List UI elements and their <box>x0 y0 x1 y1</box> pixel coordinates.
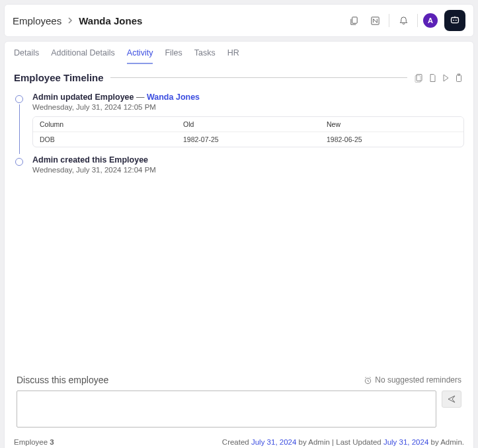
svg-rect-2 <box>452 18 459 23</box>
svg-rect-0 <box>352 17 357 22</box>
svg-point-4 <box>456 20 457 21</box>
timeline-body: Admin updated Employee — Wanda Jones Wed… <box>32 93 464 155</box>
discuss-input[interactable] <box>17 391 436 428</box>
footer-created-by: by Admin <box>296 438 330 446</box>
table-row: DOB 1982-07-25 1982-06-25 <box>33 132 463 147</box>
main-panel: Details Additional Details Activity File… <box>4 41 474 448</box>
section-title: Employee Timeline <box>14 72 104 83</box>
tab-tasks[interactable]: Tasks <box>194 48 216 64</box>
clipboard-icon[interactable] <box>454 73 464 83</box>
timeline-line <box>19 104 20 154</box>
discuss-header: Discuss this employee No suggested remin… <box>17 375 461 385</box>
footer: Employee 3 Created July 31, 2024 by Admi… <box>5 433 473 448</box>
reminders: No suggested reminders <box>364 375 461 385</box>
table-header: Column Old New <box>33 117 463 132</box>
avatar[interactable]: A <box>423 13 438 28</box>
svg-rect-7 <box>457 75 461 81</box>
send-button[interactable] <box>442 391 461 408</box>
document-icon[interactable] <box>427 73 438 83</box>
timeline-title: Admin created this Employee <box>32 155 464 165</box>
breadcrumb-current: Wanda Jones <box>79 15 142 26</box>
footer-updated-by: by Admin. <box>428 438 464 446</box>
footer-separator: | <box>330 438 336 446</box>
header-bar: Employees Wanda Jones A <box>4 4 474 37</box>
timeline-title-dash: — <box>134 93 147 102</box>
tab-details[interactable]: Details <box>14 48 39 64</box>
tabs: Details Additional Details Activity File… <box>5 42 473 64</box>
reminders-text: No suggested reminders <box>375 375 461 385</box>
breadcrumb-parent[interactable]: Employees <box>13 15 61 26</box>
timeline-line <box>19 167 20 180</box>
footer-updated-date: July 31, 2024 <box>383 438 428 446</box>
timeline-dot-icon <box>15 158 23 166</box>
timeline-title-text: Admin updated Employee <box>32 93 134 102</box>
chevron-right-icon <box>67 17 73 24</box>
divider <box>389 14 389 27</box>
timeline: Admin updated Employee — Wanda Jones Wed… <box>5 89 473 182</box>
divider <box>417 14 418 27</box>
play-icon[interactable] <box>440 73 451 83</box>
footer-updated-label: Last Updated <box>336 438 383 446</box>
tab-activity[interactable]: Activity <box>127 48 153 64</box>
footer-entity-label: Employee <box>14 438 50 446</box>
bell-icon[interactable] <box>395 12 412 29</box>
cell-column: DOB <box>33 132 177 147</box>
timeline-entity-link[interactable]: Wanda Jones <box>147 93 200 102</box>
cell-new: 1982-06-25 <box>320 132 463 147</box>
timeline-title-text: Admin created this Employee <box>32 155 148 165</box>
discuss-area: Discuss this employee No suggested remin… <box>5 375 473 433</box>
duplicate-icon[interactable] <box>414 73 424 83</box>
chat-assistant-button[interactable] <box>444 10 465 31</box>
notion-icon[interactable] <box>366 12 383 29</box>
clock-icon <box>364 376 372 385</box>
footer-right: Created July 31, 2024 by Admin | Last Up… <box>222 438 464 446</box>
discuss-label: Discuss this employee <box>17 375 108 385</box>
col-header-column: Column <box>33 117 177 131</box>
cell-old: 1982-07-25 <box>177 132 320 147</box>
col-header-new: New <box>320 117 463 131</box>
section-header: Employee Timeline <box>5 64 473 89</box>
header-actions: A <box>345 10 465 31</box>
change-table: Column Old New DOB 1982-07-25 1982-06-25 <box>32 116 464 147</box>
timeline-item: Admin updated Employee — Wanda Jones Wed… <box>14 93 464 155</box>
tab-files[interactable]: Files <box>165 48 182 64</box>
timeline-body: Admin created this Employee Wednesday, J… <box>32 155 464 182</box>
timeline-marker <box>14 155 24 182</box>
tab-additional-details[interactable]: Additional Details <box>51 48 115 64</box>
footer-created-label: Created <box>222 438 251 446</box>
timeline-timestamp: Wednesday, July 31, 2024 12:04 PM <box>32 166 464 174</box>
col-header-old: Old <box>177 117 320 131</box>
discuss-row <box>17 391 461 428</box>
copy-icon[interactable] <box>345 12 362 29</box>
footer-left: Employee 3 <box>14 438 54 446</box>
tab-hr[interactable]: HR <box>227 48 239 64</box>
timeline-marker <box>14 93 24 155</box>
section-divider <box>110 77 407 78</box>
timeline-item: Admin created this Employee Wednesday, J… <box>14 155 464 182</box>
timeline-timestamp: Wednesday, July 31, 2024 12:05 PM <box>32 103 464 111</box>
timeline-title: Admin updated Employee — Wanda Jones <box>32 93 464 102</box>
section-actions <box>414 73 464 83</box>
svg-point-3 <box>453 20 454 21</box>
footer-created-date: July 31, 2024 <box>251 438 296 446</box>
timeline-dot-icon <box>15 95 23 103</box>
footer-entity-id: 3 <box>50 438 54 446</box>
breadcrumb: Employees Wanda Jones <box>13 15 142 26</box>
